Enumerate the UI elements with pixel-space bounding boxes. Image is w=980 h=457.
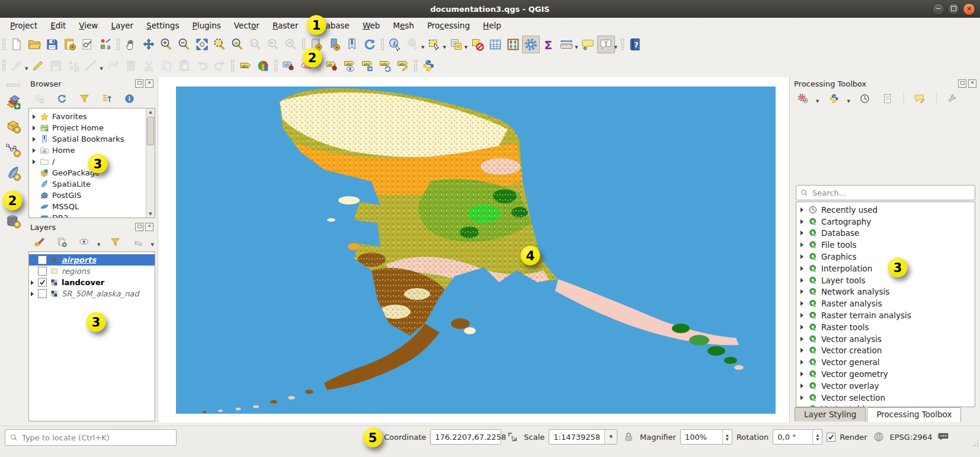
select-features-by-value-dropdown-icon[interactable]: ▼ [465, 45, 467, 50]
new-virtual-layer-button[interactable]: * [4, 211, 23, 230]
new-geopackage-layer-button[interactable]: * [4, 116, 23, 135]
save-project-button[interactable] [43, 36, 61, 53]
browser-item-spatialite[interactable]: SpatiaLite [29, 178, 155, 190]
deselect-features-button[interactable] [469, 36, 486, 53]
scripts-menu-button[interactable] [825, 90, 843, 107]
measure-line-button[interactable] [558, 36, 575, 53]
layer-visibility-checkbox[interactable] [38, 289, 47, 298]
browser-item-db2[interactable]: DB2DB2 [29, 212, 155, 218]
toolbar-drag-handle[interactable] [116, 38, 120, 51]
menu-web[interactable]: Web [356, 18, 386, 33]
show-spatial-bookmarks-button[interactable] [343, 36, 361, 53]
tab-layer-styling[interactable]: Layer Styling [795, 407, 866, 421]
save-layer-edits-button[interactable] [47, 57, 65, 75]
crs-status[interactable]: EPSG:2964 [890, 433, 933, 442]
edit-features-in-place-button[interactable] [911, 90, 929, 107]
show-statistical-summary-button[interactable]: Σ [540, 36, 558, 53]
expand-arrow-icon[interactable] [800, 395, 803, 400]
layer-row-regions[interactable]: regions [29, 266, 155, 277]
layers-float-button[interactable] [135, 223, 143, 231]
zoom-in-button[interactable] [158, 36, 175, 53]
expand-arrow-icon[interactable] [31, 280, 34, 285]
locate-input[interactable]: Type to locate (Ctrl+K) [5, 429, 177, 446]
expand-arrow-icon[interactable] [31, 292, 34, 296]
algorithm-group-interpolation[interactable]: Interpolation [796, 263, 975, 274]
scripts-menu-dropdown-icon[interactable]: ▼ [847, 99, 850, 104]
menu-view[interactable]: View [72, 18, 104, 33]
expand-arrow-icon[interactable] [800, 360, 803, 365]
lock-scale-icon[interactable] [622, 430, 636, 444]
filter-legend-button[interactable] [106, 233, 124, 251]
measure-line-dropdown-icon[interactable]: ▼ [575, 45, 578, 50]
expand-arrow-icon[interactable] [800, 384, 803, 388]
toolbar-drag-handle[interactable] [302, 38, 306, 51]
digitize-with-segment-dropdown-icon[interactable]: ▼ [100, 66, 103, 71]
style-manager-button[interactable]: a [97, 36, 114, 53]
expand-arrow-icon[interactable] [800, 325, 803, 330]
show-layout-manager-button[interactable] [79, 36, 97, 53]
map-canvas[interactable] [176, 87, 776, 414]
open-layer-styling-dock-button[interactable] [30, 233, 48, 251]
pin-unpin-labels-button[interactable]: ab [280, 57, 297, 75]
menu-plugins[interactable]: Plugins [185, 18, 227, 33]
zoom-to-native-resolution-button[interactable]: 1:1 [246, 36, 264, 53]
zoom-out-button[interactable] [175, 36, 193, 53]
expand-arrow-icon[interactable] [800, 242, 803, 247]
layer-row-sr_50m_alaska_nad[interactable]: SR_50M_alaska_nad [29, 288, 155, 299]
toolbar-drag-handle[interactable] [620, 38, 624, 51]
toggle-processing-toolbox-button[interactable] [522, 36, 540, 53]
expand-arrow-icon[interactable] [800, 337, 803, 341]
browser-item-home[interactable]: Home [29, 145, 155, 156]
algorithm-group-raster-analysis[interactable]: Raster analysis [796, 298, 975, 309]
processing-close-button[interactable]: ✕ [968, 79, 976, 88]
menu-processing[interactable]: Processing [421, 18, 476, 33]
run-feature-action-button[interactable] [404, 36, 422, 53]
new-project-button[interactable] [8, 36, 25, 53]
magnifier-spinner[interactable]: 100% ▲▼ [680, 429, 732, 445]
filter-by-expression-dropdown-icon[interactable]: ▼ [150, 242, 153, 247]
rotation-spin-icons[interactable]: ▲▼ [812, 430, 822, 444]
algorithm-group-raster-terrain-analysis[interactable]: Raster terrain analysis [796, 309, 975, 321]
layer-visibility-checkbox[interactable] [38, 255, 47, 264]
toolbar-drag-handle[interactable] [2, 59, 6, 72]
algorithm-group-recently-used[interactable]: Recently used [796, 204, 975, 216]
expand-arrow-icon[interactable] [800, 219, 803, 224]
delete-selected-button[interactable] [122, 57, 140, 75]
algorithm-group-cartography[interactable]: Cartography [796, 216, 975, 228]
algorithm-group-file-tools[interactable]: File tools [796, 239, 975, 251]
expand-arrow-icon[interactable] [33, 126, 36, 130]
python-console-button[interactable] [419, 57, 437, 75]
toolbar-drag-handle[interactable] [2, 38, 6, 51]
show-hide-labels-button[interactable]: abc [341, 57, 358, 75]
current-edits-button[interactable] [8, 57, 25, 75]
zoom-to-selection-button[interactable] [211, 36, 229, 53]
manage-map-themes-button[interactable] [75, 233, 93, 251]
menu-project[interactable]: Project [4, 18, 44, 33]
menu-layer[interactable]: Layer [104, 18, 140, 33]
browser-item-favorites[interactable]: Favorites [29, 111, 155, 122]
layer-diagram-options-button[interactable] [254, 57, 272, 75]
expand-arrow-icon[interactable] [800, 266, 803, 271]
expand-arrow-icon[interactable] [800, 301, 803, 306]
move-label-button[interactable]: ab [323, 57, 341, 75]
algorithm-group-raster-tools[interactable]: Raster tools [796, 321, 975, 333]
resize-grip[interactable] [972, 440, 979, 447]
change-label-properties-button[interactable]: abc [394, 57, 412, 75]
zoom-next-button[interactable] [282, 36, 300, 53]
text-annotation-dropdown-icon[interactable]: ▼ [614, 45, 617, 50]
browser-item-postgis[interactable]: PostGIS [29, 190, 155, 201]
zoom-last-button[interactable] [264, 36, 282, 53]
menu-help[interactable]: Help [476, 18, 508, 33]
toggle-extents-icon[interactable] [505, 430, 520, 444]
expand-arrow-icon[interactable] [33, 159, 36, 164]
expand-arrow-icon[interactable] [800, 278, 803, 283]
toolbar-drag-handle[interactable] [274, 59, 278, 72]
options-button[interactable] [944, 90, 962, 107]
layer-visibility-checkbox[interactable] [38, 267, 47, 276]
expand-arrow-icon[interactable] [800, 231, 803, 235]
scale-combo[interactable]: 1:14739258 ▼ [549, 429, 617, 445]
copy-features-button[interactable] [158, 57, 175, 75]
rotation-spinner[interactable]: 0,0 ° ▲▼ [773, 429, 822, 445]
zoom-to-layer-button[interactable] [229, 36, 246, 53]
minimize-button[interactable]: − [932, 3, 944, 15]
